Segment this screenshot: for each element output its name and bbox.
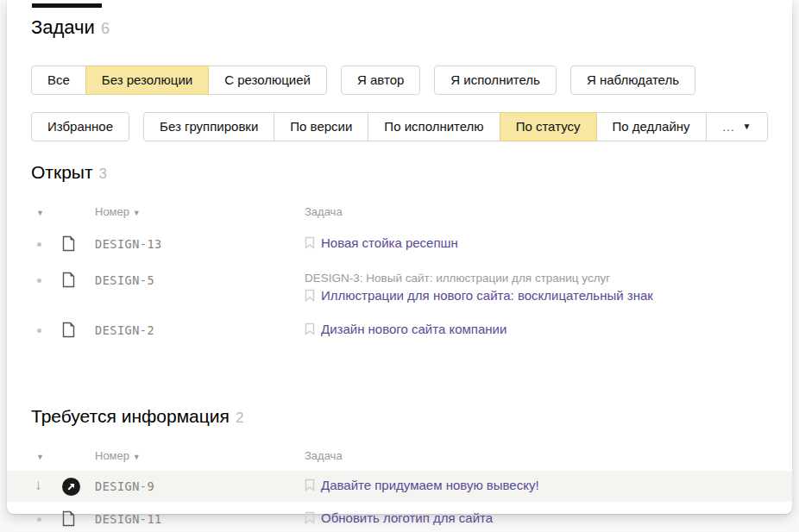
grouping-filter-row: Избранное Без группировки По версии По и… [31, 112, 768, 141]
group-more-button[interactable]: …▼ [706, 112, 768, 141]
priority-dot-icon [37, 242, 41, 247]
column-header-number[interactable]: Номер ▼ [95, 448, 305, 465]
issue-key-link[interactable]: DESIGN-2 [95, 323, 154, 337]
bulk-select-dropdown[interactable]: ▼ [31, 448, 62, 465]
section-open-title: Открыт3 [31, 160, 768, 186]
filter-all-button[interactable]: Все [31, 66, 86, 95]
section-info-rows: ↓ DESIGN-9 Давайте придумаем новую вывес… [31, 471, 768, 532]
issue-title-link[interactable]: Обновить логотип для сайта [321, 510, 493, 526]
row-indicator-cell [31, 235, 62, 250]
column-number-label: Номер [95, 449, 129, 462]
priority-dot-icon [37, 517, 41, 522]
row-indicator-cell: ↓ [31, 477, 62, 494]
bulk-select-dropdown[interactable]: ▼ [31, 204, 62, 221]
group-by-assignee-button[interactable]: По исполнителю [368, 112, 500, 141]
page-title-text: Задачи [31, 16, 95, 38]
bookmark-icon[interactable] [305, 322, 315, 339]
filter-i-follower-button[interactable]: Я наблюдатель [570, 66, 695, 95]
grouping-group: Без группировки По версии По исполнителю… [143, 112, 767, 141]
table-row[interactable]: DESIGN-5 DESIGN-3: Новый сайт: иллюстрац… [31, 263, 768, 313]
issue-key-link[interactable]: DESIGN-5 [95, 273, 154, 287]
priority-down-icon: ↓ [35, 477, 42, 494]
task-type-icon [62, 271, 95, 291]
sort-triangle-icon: ▼ [133, 453, 141, 461]
section-info-title-text: Требуется информация [31, 406, 230, 426]
bookmark-icon[interactable] [305, 479, 315, 495]
column-header-number[interactable]: Номер ▼ [95, 204, 305, 221]
table-row[interactable]: DESIGN-2 Дизайн нового сайта компании [31, 313, 768, 349]
column-task-label: Задача [305, 205, 343, 218]
resolution-filter-group: Все Без резолюции С резолюцией [31, 66, 327, 95]
sort-triangle-icon: ▼ [36, 453, 44, 461]
task-type-icon [62, 235, 95, 255]
task-type-icon [62, 321, 95, 341]
filter-no-resolution-button[interactable]: Без резолюции [85, 66, 209, 95]
row-indicator-cell [31, 321, 62, 336]
group-by-deadline-button[interactable]: По дедлайну [596, 112, 707, 141]
column-header-task: Задача [305, 204, 768, 220]
table-header: ▼ Номер ▼ Задача [31, 204, 768, 221]
active-tab-indicator [32, 3, 102, 8]
issue-key-link[interactable]: DESIGN-9 [95, 479, 154, 493]
table-header: ▼ Номер ▼ Задача [31, 448, 768, 465]
group-by-status-button[interactable]: По статусу [500, 112, 597, 141]
table-row-highlighted[interactable]: ↓ DESIGN-9 Давайте придумаем новую вывес… [7, 471, 792, 502]
assignee-avatar [62, 477, 95, 496]
table-row[interactable]: DESIGN-11 Обновить логотип для сайта [31, 502, 768, 532]
row-indicator-cell [31, 510, 62, 525]
section-info-count: 2 [236, 410, 243, 426]
section-info-title: Требуется информация2 [31, 404, 768, 430]
parent-issue-label: DESIGN-3: Новый сайт: иллюстрации для ст… [305, 271, 768, 285]
table-row[interactable]: DESIGN-13 Новая стойка ресепшн [31, 227, 768, 263]
group-none-button[interactable]: Без группировки [143, 112, 274, 141]
resolution-filter-row: Все Без резолюции С резолюцией Я автор Я… [31, 66, 768, 95]
issue-key-link[interactable]: DESIGN-13 [95, 237, 162, 251]
page-title: Задачи6 [31, 16, 768, 40]
section-open-rows: DESIGN-13 Новая стойка ресепшн DESIGN-5 … [31, 227, 768, 349]
favorites-button[interactable]: Избранное [31, 112, 129, 141]
avatar-icon [62, 478, 80, 496]
tasks-card: Задачи6 Все Без резолюции С резолюцией Я… [7, 0, 792, 514]
bookmark-icon[interactable] [305, 289, 315, 305]
dropdown-caret-icon: ▼ [743, 122, 752, 131]
priority-dot-icon [37, 329, 41, 333]
group-by-version-button[interactable]: По версии [274, 112, 368, 141]
issue-title-link[interactable]: Давайте придумаем новую вывеску! [321, 477, 539, 493]
section-open-title-text: Открыт [31, 162, 93, 182]
more-label: … [722, 113, 735, 141]
filter-i-author-button[interactable]: Я автор [341, 66, 420, 95]
task-type-icon [62, 510, 95, 530]
filter-with-resolution-button[interactable]: С резолюцией [208, 66, 327, 95]
filter-i-assignee-button[interactable]: Я исполнитель [434, 66, 557, 95]
sort-triangle-icon: ▼ [133, 209, 141, 217]
column-number-label: Номер [95, 205, 129, 218]
issue-key-link[interactable]: DESIGN-11 [95, 512, 162, 526]
issue-title-link[interactable]: Иллюстрации для нового сайта: восклицате… [321, 287, 653, 304]
section-open-count: 3 [99, 166, 107, 182]
bookmark-icon[interactable] [305, 511, 315, 528]
row-indicator-cell [31, 271, 62, 286]
issue-title-link[interactable]: Дизайн нового сайта компании [321, 321, 506, 337]
tasks-count-badge: 6 [101, 20, 110, 37]
column-task-label: Задача [305, 449, 343, 462]
column-header-task: Задача [305, 448, 768, 464]
priority-dot-icon [37, 279, 41, 283]
issue-title-link[interactable]: Новая стойка ресепшн [321, 235, 458, 251]
bookmark-icon[interactable] [305, 236, 315, 253]
sort-triangle-icon: ▼ [36, 209, 44, 217]
